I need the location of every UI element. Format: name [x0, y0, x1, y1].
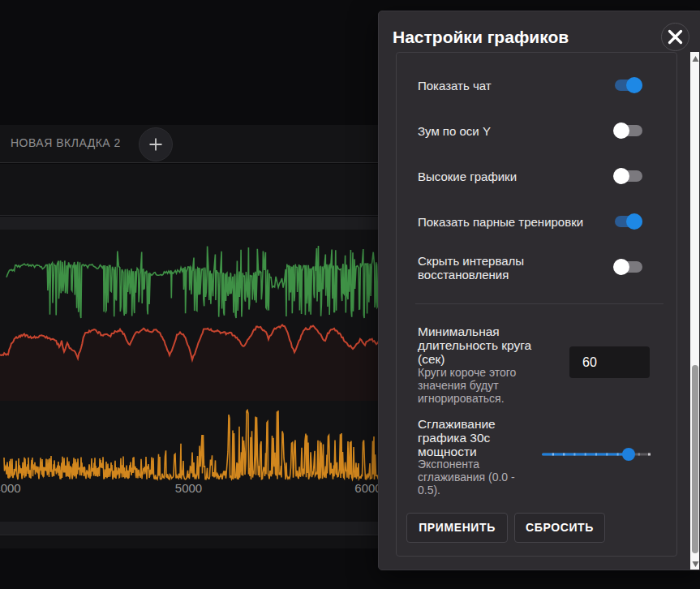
svg-text:5000: 5000 [175, 481, 202, 495]
svg-text:4000: 4000 [0, 481, 21, 495]
